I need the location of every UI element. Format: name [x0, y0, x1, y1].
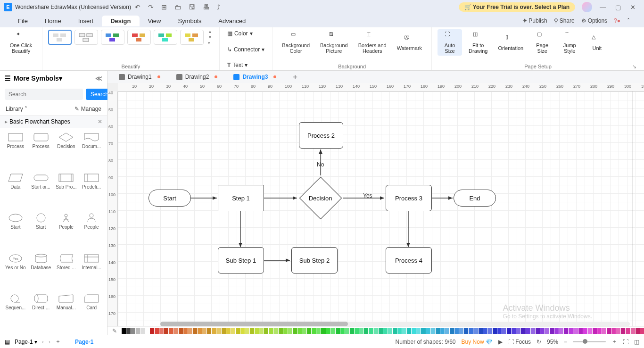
zoom-slider[interactable] — [573, 341, 606, 342]
theme-5[interactable] — [154, 30, 177, 45]
maximize-button[interactable]: ▢ — [611, 4, 626, 11]
color-swatch[interactable] — [493, 328, 497, 334]
color-swatch[interactable] — [588, 328, 592, 334]
page-size-button[interactable]: ▢Page Size — [530, 29, 554, 56]
theme-scroll-up-icon[interactable]: ▲ — [208, 29, 212, 34]
share-button[interactable]: ⚲ Share — [554, 17, 575, 24]
color-swatch[interactable] — [169, 328, 173, 334]
shape-sequential[interactable]: Sequen... — [4, 293, 27, 331]
color-swatch[interactable] — [183, 328, 188, 334]
color-swatch[interactable] — [416, 328, 421, 334]
color-swatch[interactable] — [488, 328, 492, 334]
symbol-search-input[interactable] — [5, 89, 83, 100]
more-symbols-caret-icon[interactable]: ▾ — [59, 75, 62, 82]
color-swatch[interactable] — [245, 328, 249, 334]
color-swatch[interactable] — [521, 328, 525, 334]
color-swatch[interactable] — [473, 328, 478, 334]
panel-collapse-icon[interactable]: ≪ — [95, 75, 102, 82]
shape-manual[interactable]: Manual... — [55, 293, 78, 331]
color-swatch[interactable] — [464, 328, 468, 334]
color-swatch[interactable] — [564, 328, 568, 334]
menu-insert[interactable]: Insert — [70, 16, 102, 26]
section-title[interactable]: Basic Flowchart Shapes — [9, 118, 70, 125]
node-process3[interactable]: Process 3 — [386, 185, 432, 211]
color-swatch[interactable] — [402, 328, 406, 334]
color-swatch[interactable] — [202, 328, 206, 334]
orientation-button[interactable]: ▯Orientation — [494, 32, 527, 53]
theme-6[interactable] — [180, 30, 204, 45]
shape-people-2[interactable]: People — [80, 213, 103, 250]
color-swatch[interactable] — [188, 328, 192, 334]
color-swatch[interactable] — [559, 328, 563, 334]
color-swatch[interactable] — [198, 328, 202, 334]
color-swatch[interactable] — [145, 328, 149, 334]
theme-2[interactable] — [74, 30, 98, 45]
color-swatch[interactable] — [583, 328, 587, 334]
node-process4[interactable]: Process 4 — [386, 247, 432, 273]
page-setup-expand-icon[interactable]: ↘ — [632, 64, 636, 70]
color-swatch[interactable] — [454, 328, 459, 334]
color-swatch[interactable] — [431, 328, 435, 334]
color-swatch[interactable] — [578, 328, 583, 334]
color-swatch[interactable] — [483, 328, 487, 334]
color-swatch[interactable] — [445, 328, 449, 334]
color-swatch[interactable] — [364, 328, 368, 334]
theme-1[interactable] — [48, 30, 72, 45]
menu-home[interactable]: Home — [36, 16, 70, 26]
color-swatch[interactable] — [174, 328, 178, 334]
color-swatch[interactable] — [554, 328, 559, 334]
color-swatch[interactable] — [231, 328, 235, 334]
node-end[interactable]: End — [454, 190, 496, 207]
zoom-out-icon[interactable]: − — [564, 339, 567, 345]
color-swatch[interactable] — [126, 328, 131, 334]
color-swatch[interactable] — [407, 328, 411, 334]
color-swatch[interactable] — [397, 328, 402, 334]
eyedropper-icon[interactable]: ✎ — [112, 328, 119, 334]
minimize-button[interactable]: — — [595, 4, 611, 11]
library-link[interactable]: Library ˄ — [6, 106, 27, 112]
color-swatch[interactable] — [212, 328, 216, 334]
color-swatch[interactable] — [502, 328, 506, 334]
shape-people-1[interactable]: People — [55, 213, 78, 250]
color-swatch[interactable] — [345, 328, 349, 334]
color-swatch[interactable] — [536, 328, 540, 334]
color-swatch[interactable] — [164, 328, 168, 334]
color-swatch[interactable] — [269, 328, 273, 334]
text-dropdown[interactable]: T Text ▾ — [225, 61, 266, 69]
color-swatch[interactable] — [573, 328, 578, 334]
color-swatch[interactable] — [631, 328, 635, 334]
color-swatch[interactable] — [250, 328, 254, 334]
next-page-icon[interactable]: › — [49, 339, 50, 345]
watermark-button[interactable]: ⒶWatermark — [393, 32, 426, 53]
drawing-canvas[interactable]: Start Step 1 Process 2 Decision Process … — [118, 91, 644, 326]
color-swatch[interactable] — [264, 328, 268, 334]
color-swatch[interactable] — [150, 328, 154, 334]
color-swatch[interactable] — [469, 328, 473, 334]
color-swatch[interactable] — [193, 328, 197, 334]
color-swatch[interactable] — [321, 328, 325, 334]
save-icon[interactable]: 🖫 — [185, 3, 199, 11]
color-swatch[interactable] — [512, 328, 516, 334]
color-swatch[interactable] — [545, 328, 549, 334]
color-swatch[interactable] — [388, 328, 392, 334]
zoom-in-icon[interactable]: ＋ — [611, 338, 617, 346]
color-swatch[interactable] — [359, 328, 363, 334]
menu-view[interactable]: View — [140, 16, 170, 26]
tab-drawing1[interactable]: Drawing1 — [114, 72, 170, 82]
add-page-icon[interactable]: ＋ — [55, 338, 61, 346]
color-swatch[interactable] — [293, 328, 297, 334]
color-swatch[interactable] — [350, 328, 354, 334]
shape-start-ellipse[interactable]: Start — [4, 213, 27, 250]
color-swatch[interactable] — [616, 328, 620, 334]
close-button[interactable]: ✕ — [626, 4, 640, 11]
color-swatch[interactable] — [122, 328, 126, 334]
more-symbols-dropdown[interactable]: More Symbols — [14, 75, 59, 82]
shape-document[interactable]: Docum... — [80, 132, 103, 170]
shape-stored[interactable]: Stored ... — [55, 253, 78, 291]
bg-picture-button[interactable]: 🖻Background Picture — [316, 29, 352, 56]
open-icon[interactable]: 🗀 — [171, 3, 185, 11]
color-swatch[interactable] — [550, 328, 554, 334]
color-swatch[interactable] — [316, 328, 321, 334]
node-start[interactable]: Start — [149, 190, 191, 207]
color-swatch[interactable] — [222, 328, 226, 334]
